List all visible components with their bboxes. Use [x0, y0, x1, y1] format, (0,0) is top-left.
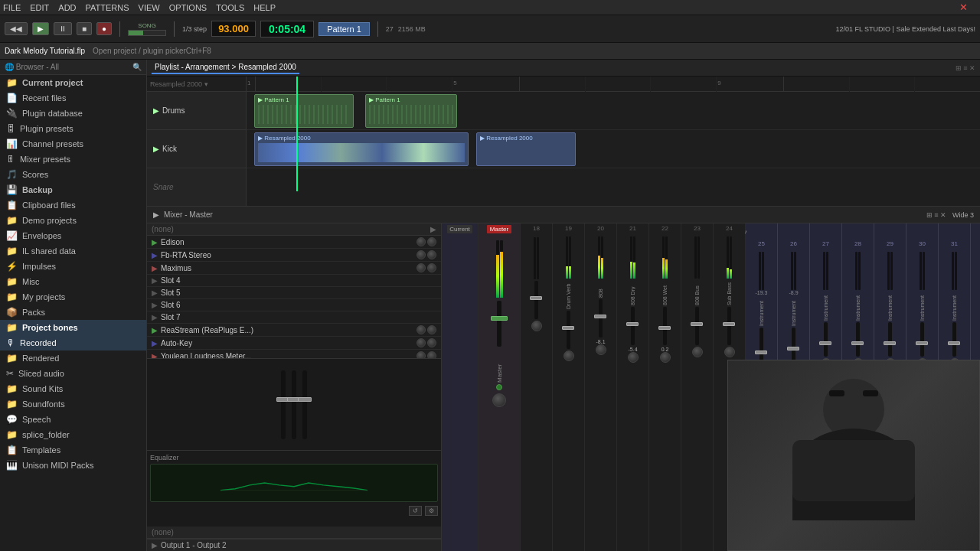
sidebar-item-clipboard-files[interactable]: 📋 Clipboard files — [0, 197, 146, 213]
ch30-fader[interactable] — [916, 341, 928, 345]
plugin-slot6[interactable]: ▶ Slot 6 — [147, 299, 441, 311]
sidebar-item-plugin-presets[interactable]: 🎛 Plugin presets — [0, 121, 146, 136]
none-arrow-top[interactable]: ▶ — [430, 225, 436, 233]
knob12[interactable] — [427, 351, 436, 358]
plugin-edison[interactable]: ▶ Edison — [147, 236, 441, 249]
sidebar-item-mixer-presets[interactable]: 🎚 Mixer presets — [0, 152, 146, 167]
ch22-fader[interactable] — [658, 326, 671, 330]
sidebar-item-impulses[interactable]: ⚡ Impulses — [0, 259, 146, 274]
knob10[interactable] — [427, 338, 436, 347]
sidebar-item-templates[interactable]: 📋 Templates — [0, 442, 146, 458]
pattern-block-kick1[interactable]: ▶ Resampled 2000 — [254, 132, 469, 166]
prev-button[interactable]: ◀◀ — [5, 22, 28, 35]
play-button[interactable]: ▶ — [32, 22, 49, 35]
menu-edit[interactable]: EDIT — [30, 3, 49, 12]
sidebar-item-channel-presets[interactable]: 📊 Channel presets — [0, 136, 146, 152]
eq-reset-btn[interactable]: ↺ — [409, 506, 422, 516]
window-close[interactable]: ✕ — [959, 2, 968, 13]
menu-patterns[interactable]: PATTERNS — [86, 3, 129, 12]
record-button[interactable]: ● — [96, 22, 112, 35]
plugin-reastream[interactable]: ▶ ReaStream (ReaPlugs E...) — [147, 324, 441, 337]
knob5[interactable] — [416, 263, 426, 272]
track-kick[interactable]: ▶ Kick — [147, 130, 246, 168]
ch19-knob[interactable] — [564, 350, 574, 361]
sidebar-item-misc[interactable]: 📁 Misc — [0, 274, 146, 289]
ch20-fader[interactable] — [594, 315, 606, 318]
sidebar-item-soundfonts[interactable]: 📁 Soundfonts — [0, 396, 146, 412]
knob2[interactable] — [427, 237, 436, 246]
sidebar-item-sound-kits[interactable]: 📁 Sound Kits — [0, 381, 146, 396]
sidebar-item-recorded[interactable]: 🎙 Recorded — [0, 335, 146, 350]
eq-graph[interactable] — [150, 464, 438, 502]
ch31-fader[interactable] — [948, 341, 960, 345]
pattern-block-drums1[interactable]: ▶ Pattern 1 — [254, 94, 354, 128]
sidebar-item-packs[interactable]: 📦 Packs — [0, 305, 146, 320]
knob1[interactable] — [416, 237, 426, 246]
track-drums[interactable]: ▶ Drums — [147, 92, 246, 130]
sidebar-item-speech[interactable]: 💬 Speech — [0, 412, 146, 427]
knob11[interactable] — [416, 351, 426, 358]
pattern-block-drums2[interactable]: ▶ Pattern 1 — [365, 94, 457, 128]
tab-controls[interactable]: ⊞ ≡ ✕ — [956, 64, 975, 72]
plugin-fb-rta[interactable]: ▶ Fb-RTA Stereo — [147, 249, 441, 262]
eq-settings-btn[interactable]: ⚙ — [425, 506, 438, 516]
sidebar-item-sliced-audio[interactable]: ✂ Sliced audio — [0, 366, 146, 381]
ch22-knob[interactable] — [660, 352, 671, 363]
sidebar-item-demo-projects[interactable]: 📁 Demo projects — [0, 213, 146, 228]
ch26-fader[interactable] — [787, 347, 799, 350]
stop-button[interactable]: ■ — [77, 22, 92, 35]
knob7[interactable] — [416, 325, 426, 334]
plugin-slot4[interactable]: ▶ Slot 4 — [147, 275, 441, 287]
sidebar-item-project-bones[interactable]: 📁 Project bones — [0, 320, 146, 335]
menu-add[interactable]: ADD — [58, 3, 76, 12]
ch25-fader[interactable] — [755, 350, 767, 354]
ch21-knob[interactable] — [628, 352, 639, 363]
plugin-youlean[interactable]: ▶ Youlean Loudness Meter... — [147, 350, 441, 358]
menu-tools[interactable]: TOOLS — [216, 3, 244, 12]
insert-none-bottom[interactable]: (none) — [147, 527, 441, 539]
ch28-fader[interactable] — [851, 341, 864, 345]
ch21-fader[interactable] — [626, 322, 639, 326]
output-selector[interactable]: ▶ Output 1 - Output 2 — [147, 539, 441, 551]
menu-file[interactable]: FILE — [3, 3, 21, 12]
sidebar-item-backup[interactable]: 💾 Backup — [0, 182, 146, 197]
sidebar-item-unison-midi-packs[interactable]: 🎹 Unison MIDI Packs — [0, 458, 146, 473]
sidebar-item-rendered[interactable]: 📁 Rendered — [0, 350, 146, 366]
plugin-auto-key[interactable]: ▶ Auto-Key — [147, 337, 441, 350]
sidebar-item-il-shared-data[interactable]: 📁 IL shared data — [0, 243, 146, 259]
plugin-slot7[interactable]: ▶ Slot 7 — [147, 311, 441, 324]
fader-left-3[interactable] — [298, 397, 312, 402]
track-snare[interactable]: Snare — [147, 168, 246, 207]
ch27-fader[interactable] — [819, 341, 831, 345]
menu-view[interactable]: VIEW — [139, 3, 160, 12]
sidebar-item-current-project[interactable]: 📁 Current project — [0, 75, 146, 90]
pattern-selector[interactable]: Resampled 2000 ▾ — [150, 80, 208, 88]
knob6[interactable] — [427, 263, 436, 272]
sidebar-item-envelopes[interactable]: 📈 Envelopes — [0, 228, 146, 243]
bpm-display[interactable]: 93.000 — [211, 21, 256, 37]
knob9[interactable] — [416, 338, 426, 347]
mixer-arrow[interactable]: ▶ — [153, 210, 159, 219]
ch20-knob[interactable] — [596, 344, 606, 355]
menu-help[interactable]: HELP — [253, 3, 276, 12]
ch19-fader[interactable] — [562, 326, 574, 330]
knob4[interactable] — [427, 250, 436, 259]
sidebar-item-splice-folder[interactable]: 📁 splice_folder — [0, 427, 146, 442]
ch18-knob[interactable] — [531, 321, 542, 331]
menu-options[interactable]: OPTIONS — [169, 3, 207, 12]
ch29-fader[interactable] — [884, 341, 896, 345]
mixer-controls[interactable]: ⊞ ≡ ✕ — [926, 211, 946, 219]
ch23-fader[interactable] — [691, 322, 703, 326]
plugin-slot5[interactable]: ▶ Slot 5 — [147, 287, 441, 299]
plugin-maximus[interactable]: ▶ Maximus — [147, 262, 441, 275]
sidebar-item-scores[interactable]: 🎵 Scores — [0, 167, 146, 182]
master-knob[interactable] — [492, 393, 506, 407]
knob8[interactable] — [427, 325, 436, 334]
tab-playlist[interactable]: Playlist - Arrangement > Resampled 2000 — [152, 61, 299, 74]
pattern-block-kick2[interactable]: ▶ Resampled 2000 — [476, 132, 576, 166]
pattern-display[interactable]: Pattern 1 — [318, 22, 370, 36]
sidebar-item-recent-files[interactable]: 📄 Recent files — [0, 90, 146, 106]
insert-none-top[interactable]: (none) ▶ — [147, 223, 441, 236]
browser-search[interactable]: 🔍 — [132, 63, 142, 71]
knob3[interactable] — [416, 250, 426, 259]
